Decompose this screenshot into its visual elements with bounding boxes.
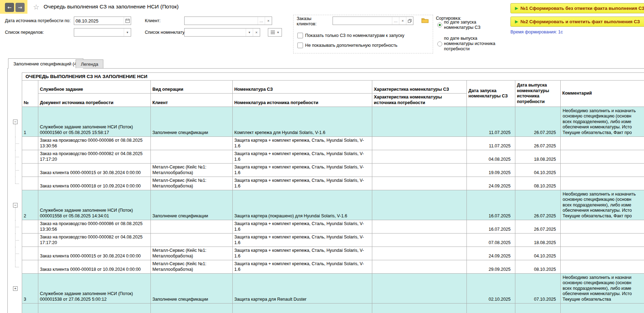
detail-row[interactable]: Заказ клиента 0000-000018 от 10.09.2024 … <box>9 177 644 190</box>
group-row[interactable]: −2Служебное задание заполнение НСИ (Пото… <box>9 190 644 220</box>
orders-choose-button[interactable]: … <box>392 17 399 25</box>
cell-nomenclature[interactable]: Защита картера + комплект крепежа, Сталь… <box>232 220 372 234</box>
cell-nomenclature[interactable]: Защита картера для Renault Duster <box>232 274 372 304</box>
cell-nomenclature[interactable]: Защита картера + комплект крепежа, Сталь… <box>232 164 372 177</box>
checkbox-no-extra[interactable] <box>297 43 303 48</box>
orders-input[interactable] <box>333 17 392 25</box>
cell-characteristic[interactable] <box>372 150 466 164</box>
cell-document[interactable]: Заказ клиента 0000-000015 от 30.08.2024 … <box>38 164 150 177</box>
cell-client[interactable] <box>150 220 232 234</box>
nomen-list-combo-button[interactable]: ▼ <box>268 28 282 37</box>
peredel-input[interactable] <box>74 28 124 36</box>
group-row[interactable]: −4Необходимо заполнить и назначи основну… <box>9 304 644 313</box>
cell-start-date[interactable]: 04.08.2025 <box>466 150 515 164</box>
cell-document[interactable]: Заказ на производство 0000-000082 от 04.… <box>38 234 150 247</box>
cell-comment[interactable] <box>560 234 644 247</box>
cell-release-date[interactable]: 18.08.2025 <box>515 150 560 164</box>
detail-row[interactable]: Заказ клиента 0000-000015 от 30.08.2024 … <box>9 247 644 260</box>
detail-row[interactable]: Заказ на производство 0000-000086 от 08.… <box>9 137 644 150</box>
cell-number[interactable] <box>22 234 38 247</box>
cell-characteristic[interactable] <box>372 260 466 274</box>
cell-characteristic[interactable] <box>372 234 466 247</box>
cell-release-date[interactable]: 04.10.2025 <box>515 164 560 177</box>
cell-client[interactable]: Металл-Сервис (Кейс №1: Металлообработка… <box>150 260 232 274</box>
tab-legend[interactable]: Легенда <box>76 59 103 68</box>
cell-start-date[interactable] <box>466 304 515 313</box>
cell-client[interactable] <box>150 137 232 150</box>
cell-nomenclature[interactable]: Защита картера + комплект крепежа, Сталь… <box>232 177 372 190</box>
cell-start-date[interactable]: 24.09.2025 <box>466 247 515 260</box>
calendar-button[interactable] <box>124 17 131 25</box>
cell-start-date[interactable]: 24.09.2025 <box>466 177 515 190</box>
cell-start-date[interactable]: 11.07.2025 <box>466 137 515 150</box>
orders-clear-button[interactable]: × <box>399 17 406 25</box>
cell-release-date[interactable]: 08.10.2025 <box>515 177 560 190</box>
col-header-nomenclature-sz[interactable]: Номенклатура СЗ <box>232 81 372 94</box>
cell-comment[interactable] <box>560 137 644 150</box>
radio-checked-icon[interactable] <box>437 23 442 27</box>
col-header-task[interactable]: Служебное задание <box>38 81 150 94</box>
cell-operation[interactable]: Заполнение спецификации <box>150 274 232 304</box>
peredel-dropdown-button[interactable]: ▼ <box>124 28 131 36</box>
cell-client[interactable]: Металл-Сервис (Кейс №1: Металлообработка… <box>150 177 232 190</box>
cell-release-date[interactable]: 26.07.2025 <box>515 137 560 150</box>
cell-number[interactable] <box>22 150 38 164</box>
cell-start-date[interactable]: 11.07.2025 <box>466 107 515 137</box>
col-header-start-date[interactable]: Дата запуска номенклатуры СЗ <box>466 81 515 107</box>
cell-nomenclature[interactable]: Комплект крепежа для Hyundai Solaris, V-… <box>232 107 372 137</box>
cell-characteristic[interactable] <box>372 274 466 304</box>
detail-row[interactable]: Заказ клиента 0000-000018 от 10.09.2024 … <box>9 260 644 274</box>
cell-number[interactable] <box>22 220 38 234</box>
cell-nomenclature[interactable]: Защита картера + комплект крепежа, Сталь… <box>232 260 372 274</box>
cell-release-date[interactable]: 18.08.2025 <box>515 234 560 247</box>
detail-row[interactable]: Заказ на производство 0000-000082 от 04.… <box>9 234 644 247</box>
cell-nomenclature[interactable]: Защита картера + комплект крепежа, Сталь… <box>232 137 372 150</box>
favorite-star-icon[interactable]: ☆ <box>33 3 39 11</box>
cell-comment[interactable]: Необходимо заполнить и назначи основную … <box>560 304 644 313</box>
cell-document[interactable]: Заказ на производство 0000-000082 от 04.… <box>38 150 150 164</box>
cell-number[interactable]: 3 <box>22 274 38 304</box>
cell-document[interactable]: Заказ на производство 0000-000086 от 08.… <box>38 220 150 234</box>
cell-comment[interactable]: Необходимо заполнить и назначи основную … <box>560 274 644 304</box>
cell-nomenclature[interactable]: Защита картера + комплект крепежа, Сталь… <box>232 150 372 164</box>
col-header-release-date[interactable]: Дата выпуска номенклатуры источника потр… <box>515 81 560 107</box>
cell-characteristic[interactable] <box>372 304 466 313</box>
back-button[interactable]: ← <box>5 3 14 12</box>
cell-number[interactable] <box>22 177 38 190</box>
folder-button[interactable] <box>420 16 430 25</box>
group-row[interactable]: −1Служебное задание заполнение НСИ (Пото… <box>9 107 644 137</box>
cell-start-date[interactable]: 16.07.2025 <box>466 190 515 220</box>
cell-task[interactable] <box>38 304 150 313</box>
col-header-characteristic-sz[interactable]: Характеристика номенклатуры СЗ <box>372 81 466 94</box>
tab-specifications[interactable]: Заполнение спецификаций (4) <box>8 58 83 69</box>
cell-release-date[interactable]: 04.10.2025 <box>515 247 560 260</box>
cell-comment[interactable] <box>560 164 644 177</box>
group-row[interactable]: +3Служебное задание заполнение НСИ (Пото… <box>9 274 644 304</box>
cell-document[interactable]: Заказ клиента 0000-000018 от 10.09.2024 … <box>38 177 150 190</box>
cell-release-date[interactable] <box>515 304 560 313</box>
cell-nomenclature[interactable]: Защита картера + комплект крепежа, Сталь… <box>232 234 372 247</box>
cell-release-date[interactable]: 26.07.2025 <box>515 220 560 234</box>
nomen-list-dropdown-button[interactable]: ▼ <box>246 28 253 36</box>
expand-icon[interactable]: + <box>13 286 18 291</box>
cell-start-date[interactable]: 16.07.2025 <box>466 220 515 234</box>
cell-characteristic[interactable] <box>372 164 466 177</box>
cell-operation[interactable]: Заполнение спецификации <box>150 107 232 137</box>
date-input[interactable] <box>74 17 124 25</box>
checkbox-row-sz-to-launch[interactable]: Показать только СЗ по номенклатурам к за… <box>297 33 404 38</box>
client-clear-button[interactable]: × <box>265 17 272 25</box>
cell-number[interactable] <box>22 247 38 260</box>
col-header-number[interactable]: № <box>22 81 38 107</box>
cell-characteristic[interactable] <box>372 247 466 260</box>
cell-number[interactable]: 1 <box>22 107 38 137</box>
cell-release-date[interactable]: 08.10.2025 <box>515 260 560 274</box>
col-header-comment[interactable]: Комментарий <box>560 81 644 107</box>
cell-start-date[interactable]: 29.09.2025 <box>466 260 515 274</box>
cell-comment[interactable]: Необходимо заполнить и назначить основну… <box>560 107 644 137</box>
cell-number[interactable] <box>22 260 38 274</box>
radio-unchecked-icon[interactable] <box>437 41 442 46</box>
col-header-client[interactable]: Клиент <box>150 94 232 107</box>
sort-option-by-start-date[interactable]: по дате запуска номенклатуры СЗ <box>437 20 505 30</box>
detail-row[interactable]: Заказ на производство 0000-000082 от 04.… <box>9 150 644 164</box>
collapse-icon[interactable]: − <box>13 203 18 207</box>
